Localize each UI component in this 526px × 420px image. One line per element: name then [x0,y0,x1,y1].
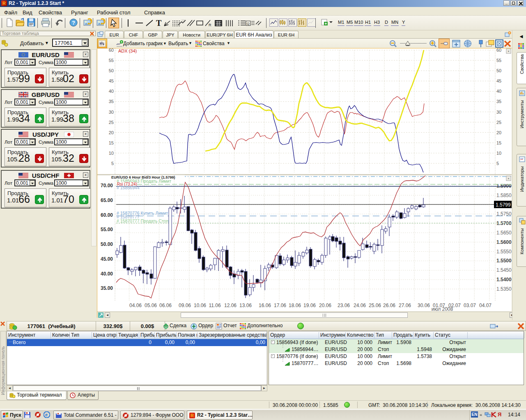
svg-text:15: 15 [109,140,114,145]
svg-text:20: 20 [109,130,114,135]
svg-text:70.00: 70.00 [101,183,113,188]
svg-text:25: 25 [496,120,501,125]
svg-text:?: ? [72,20,75,26]
svg-text:50: 50 [496,68,501,73]
svg-text:16.06: 16.06 [259,303,271,308]
svg-text:Q: Q [247,22,249,25]
svg-text:45: 45 [496,78,501,83]
svg-text:×: × [508,177,510,181]
svg-text:# 15856944: # 15856944 [117,185,140,190]
svg-text:25: 25 [109,120,114,125]
svg-text:5: 5 [496,161,499,166]
svg-text:1.5799: 1.5799 [496,202,511,208]
svg-text:×: × [508,49,510,53]
svg-text:55: 55 [109,58,114,63]
svg-text:40: 40 [496,89,501,94]
svg-text:35.00: 35.00 [101,285,113,291]
svg-text:1.5650: 1.5650 [496,230,512,236]
svg-text:23.06: 23.06 [338,303,350,308]
svg-text:35: 35 [109,99,114,104]
svg-text:13.06: 13.06 [239,303,252,308]
svg-text:26.06: 26.06 [383,303,395,308]
svg-text:5: 5 [111,161,114,166]
svg-text:40: 40 [109,89,114,94]
svg-text:30: 30 [496,110,501,115]
svg-text:30.06: 30.06 [418,303,430,308]
svg-text:e: e [45,412,48,417]
svg-text:55.00: 55.00 [101,227,113,232]
svg-text:15: 15 [496,140,501,145]
svg-text:45: 45 [109,78,114,83]
svg-text:65.00: 65.00 [101,197,113,203]
svg-text:45.00: 45.00 [101,256,113,262]
svg-text:20.06: 20.06 [319,303,331,308]
svg-text:30: 30 [109,110,114,115]
svg-text:40.00: 40.00 [101,271,113,277]
svg-text:ADX (34): ADX (34) [118,48,137,53]
svg-text:1.5500: 1.5500 [496,258,512,264]
svg-text:июл 2008: июл 2008 [432,306,453,312]
svg-text:05.06: 05.06 [145,303,157,308]
svg-text:1.5550: 1.5550 [496,249,512,255]
svg-text:18.06: 18.06 [289,303,301,308]
svg-text:03.07: 03.07 [464,303,476,308]
svg-text:20: 20 [496,130,501,135]
svg-text:09.06: 09.06 [179,303,191,308]
svg-text:1.5350: 1.5350 [496,286,512,292]
svg-text:10: 10 [496,151,501,156]
svg-text:11.06: 11.06 [209,303,221,308]
svg-text:35: 35 [496,99,501,104]
svg-text:1.5400: 1.5400 [496,277,512,282]
svg-text:55: 55 [496,58,501,63]
svg-text:27.06: 27.06 [399,303,411,308]
svg-text:60.00: 60.00 [101,212,113,218]
svg-text:10: 10 [109,151,114,156]
svg-text:R: R [209,23,211,27]
svg-text:1.5450: 1.5450 [496,267,512,273]
svg-text:04.06: 04.06 [129,303,142,308]
svg-text:10.06: 10.06 [194,303,206,308]
svg-text:1.5600: 1.5600 [496,239,512,245]
svg-text:T: T [156,18,162,28]
svg-text:50: 50 [109,68,114,73]
svg-text:1.5900: 1.5900 [496,183,512,189]
svg-text:# 15870777 Продать Стоп: # 15870777 Продать Стоп [117,218,168,223]
svg-text:25.06: 25.06 [369,303,381,308]
svg-text:06.06: 06.06 [159,303,172,308]
svg-text:12.06: 12.06 [224,303,237,308]
svg-text:04.07: 04.07 [479,303,492,308]
svg-text:24.06: 24.06 [354,303,366,308]
svg-text:60: 60 [496,48,501,53]
svg-text:R: R [191,413,194,418]
svg-text:19.06: 19.06 [303,303,316,308]
svg-text:50.00: 50.00 [101,241,113,247]
svg-text:1.5850: 1.5850 [496,193,512,198]
svg-text:17.06: 17.06 [274,303,286,308]
svg-text:60: 60 [109,48,114,53]
